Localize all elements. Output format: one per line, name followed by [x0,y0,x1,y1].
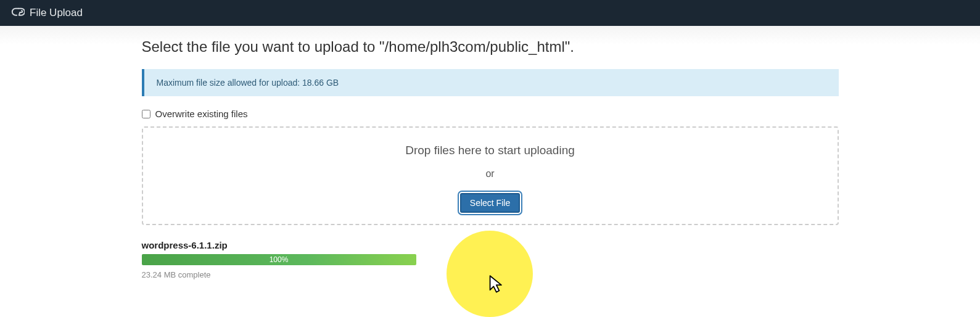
cursor-pointer-icon [488,274,506,294]
header-logo-group: File Upload [11,6,83,20]
max-filesize-alert: Maximum file size allowed for upload: 18… [142,69,839,96]
cpanel-icon [11,6,25,20]
cursor-highlight-circle [447,231,533,317]
heading-prefix: Select the file you want to upload to [142,38,380,55]
header-bar: File Upload [0,0,980,26]
overwrite-label[interactable]: Overwrite existing files [155,109,248,119]
page-heading: Select the file you want to upload to "/… [142,38,839,56]
heading-suffix: . [570,38,574,55]
dropzone-or-text: or [155,168,825,179]
header-title: File Upload [30,7,83,19]
progress-bar: 100% [142,254,416,265]
overwrite-checkbox[interactable] [142,110,150,118]
select-file-button[interactable]: Select File [460,193,520,213]
dropzone-text: Drop files here to start uploading [155,144,825,157]
heading-path: "/home/plh3com/public_html" [379,38,570,55]
file-dropzone[interactable]: Drop files here to start uploading or Se… [142,126,839,225]
progress-label: 100% [270,255,289,264]
overwrite-checkbox-row: Overwrite existing files [142,109,839,119]
alert-message: Maximum file size allowed for upload: 18… [157,78,339,88]
progress-bar-fill: 100% [142,254,416,265]
